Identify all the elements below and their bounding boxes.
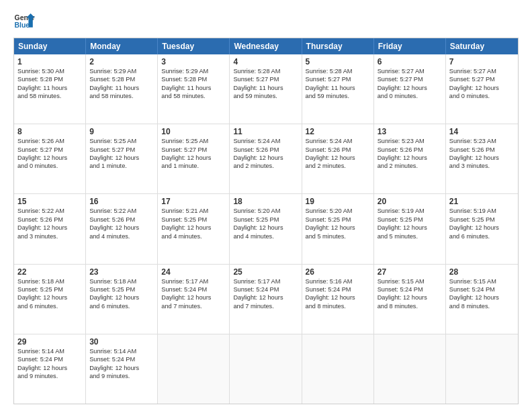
cell-info-line: and 7 minutes. — [233, 302, 298, 310]
calendar-cell: 20Sunrise: 5:19 AMSunset: 5:25 PMDayligh… — [374, 194, 446, 263]
cell-info-line: and 5 minutes. — [306, 232, 370, 240]
cell-info-line: Daylight: 12 hours — [161, 224, 226, 232]
cell-info-line: Sunset: 5:27 PM — [89, 146, 154, 154]
day-number: 15 — [17, 197, 82, 206]
calendar-cell: 11Sunrise: 5:24 AMSunset: 5:26 PMDayligh… — [230, 124, 302, 193]
cell-info-line: and 3 minutes. — [449, 162, 515, 170]
day-number: 11 — [233, 127, 298, 136]
calendar-cell: 2Sunrise: 5:29 AMSunset: 5:28 PMDaylight… — [86, 54, 158, 124]
cell-info-line: Daylight: 11 hours — [161, 84, 226, 92]
cell-info-line: Sunset: 5:25 PM — [378, 216, 442, 224]
day-number: 7 — [449, 57, 515, 66]
cell-info-line: Daylight: 12 hours — [89, 293, 154, 302]
cell-info-line: Sunrise: 5:21 AM — [161, 207, 226, 215]
cell-info-line: Sunrise: 5:28 AM — [233, 67, 298, 75]
cell-info-line: and 9 minutes. — [17, 372, 82, 380]
cell-info-line: Sunrise: 5:26 AM — [17, 137, 82, 145]
cell-info-line: Sunset: 5:27 PM — [233, 75, 298, 83]
day-number: 8 — [17, 127, 82, 136]
cell-info-line: Sunrise: 5:20 AM — [306, 207, 370, 215]
day-number: 3 — [161, 57, 226, 66]
calendar-row: 8Sunrise: 5:26 AMSunset: 5:27 PMDaylight… — [14, 124, 518, 193]
cell-info-line: Sunset: 5:24 PM — [233, 285, 298, 293]
cell-info-line: Sunrise: 5:17 AM — [233, 277, 298, 285]
day-number: 6 — [378, 57, 442, 66]
cell-info-line: and 0 minutes. — [449, 92, 515, 100]
cell-info-line: Sunset: 5:25 PM — [89, 285, 154, 293]
cell-info-line: Daylight: 11 hours — [17, 84, 82, 92]
day-number: 24 — [161, 267, 226, 277]
cell-info-line: Daylight: 12 hours — [89, 154, 154, 162]
cell-info-line: and 9 minutes. — [89, 372, 154, 380]
day-number: 28 — [449, 267, 515, 277]
calendar-cell: 24Sunrise: 5:17 AMSunset: 5:24 PMDayligh… — [158, 265, 230, 334]
day-number: 21 — [449, 197, 515, 206]
day-number: 9 — [89, 127, 154, 136]
calendar-cell: 7Sunrise: 5:27 AMSunset: 5:27 PMDaylight… — [446, 54, 518, 124]
calendar-cell: 1Sunrise: 5:30 AMSunset: 5:28 PMDaylight… — [14, 54, 86, 124]
calendar-cell: 10Sunrise: 5:25 AMSunset: 5:27 PMDayligh… — [158, 124, 230, 193]
day-of-week-thursday: Thursday — [302, 38, 374, 54]
cell-info-line: Sunrise: 5:30 AM — [17, 67, 82, 75]
calendar-cell: 22Sunrise: 5:18 AMSunset: 5:25 PMDayligh… — [14, 265, 86, 334]
day-of-week-monday: Monday — [86, 38, 158, 54]
day-of-week-wednesday: Wednesday — [230, 38, 302, 54]
cell-info-line: Daylight: 12 hours — [449, 224, 515, 232]
cell-info-line: Sunrise: 5:19 AM — [378, 207, 442, 215]
calendar-header: SundayMondayTuesdayWednesdayThursdayFrid… — [14, 38, 518, 54]
cell-info-line: Daylight: 12 hours — [17, 154, 82, 162]
day-number: 22 — [17, 267, 82, 277]
calendar-cell: 23Sunrise: 5:18 AMSunset: 5:25 PMDayligh… — [86, 265, 158, 334]
cell-info-line: Sunset: 5:28 PM — [89, 75, 154, 83]
cell-info-line: Sunrise: 5:18 AM — [17, 277, 82, 285]
cell-info-line: and 6 minutes. — [449, 232, 515, 240]
cell-info-line: Sunrise: 5:15 AM — [378, 277, 442, 285]
cell-info-line: Sunrise: 5:22 AM — [17, 207, 82, 215]
cell-info-line: Sunset: 5:27 PM — [306, 75, 370, 83]
cell-info-line: Sunset: 5:27 PM — [161, 146, 226, 154]
cell-info-line: Sunset: 5:25 PM — [306, 216, 370, 224]
cell-info-line: Daylight: 12 hours — [378, 224, 442, 232]
cell-info-line: Sunrise: 5:28 AM — [306, 67, 370, 75]
cell-info-line: Daylight: 12 hours — [449, 154, 515, 162]
calendar-cell: 3Sunrise: 5:29 AMSunset: 5:28 PMDaylight… — [158, 54, 230, 124]
cell-info-line: Daylight: 12 hours — [233, 154, 298, 162]
calendar-cell — [158, 334, 230, 404]
calendar-cell — [302, 334, 374, 404]
day-number: 13 — [378, 127, 442, 136]
day-number: 26 — [306, 267, 370, 277]
cell-info-line: Sunrise: 5:22 AM — [89, 207, 154, 215]
day-number: 16 — [89, 197, 154, 206]
calendar-cell: 14Sunrise: 5:23 AMSunset: 5:26 PMDayligh… — [446, 124, 518, 193]
cell-info-line: Daylight: 12 hours — [89, 224, 154, 232]
cell-info-line: Sunset: 5:26 PM — [89, 216, 154, 224]
calendar-cell: 12Sunrise: 5:24 AMSunset: 5:26 PMDayligh… — [302, 124, 374, 193]
calendar-body: 1Sunrise: 5:30 AMSunset: 5:28 PMDaylight… — [14, 54, 518, 404]
cell-info-line: Sunrise: 5:23 AM — [378, 137, 442, 145]
cell-info-line: and 59 minutes. — [306, 92, 370, 100]
cell-info-line: Sunset: 5:28 PM — [17, 75, 82, 83]
calendar-cell: 6Sunrise: 5:27 AMSunset: 5:27 PMDaylight… — [374, 54, 446, 124]
cell-info-line: Daylight: 12 hours — [161, 154, 226, 162]
day-number: 23 — [89, 267, 154, 277]
calendar: SundayMondayTuesdayWednesdayThursdayFrid… — [13, 38, 519, 404]
cell-info-line: Sunset: 5:24 PM — [306, 285, 370, 293]
cell-info-line: and 4 minutes. — [233, 232, 298, 240]
logo: General Blue — [13, 12, 35, 31]
day-number: 17 — [161, 197, 226, 206]
calendar-row: 29Sunrise: 5:14 AMSunset: 5:24 PMDayligh… — [14, 334, 518, 404]
calendar-cell: 28Sunrise: 5:15 AMSunset: 5:24 PMDayligh… — [446, 265, 518, 334]
cell-info-line: Sunrise: 5:14 AM — [89, 347, 154, 355]
day-number: 10 — [161, 127, 226, 136]
day-number: 19 — [306, 197, 370, 206]
cell-info-line: and 4 minutes. — [161, 232, 226, 240]
cell-info-line: Sunrise: 5:27 AM — [378, 67, 442, 75]
cell-info-line: and 6 minutes. — [89, 302, 154, 310]
cell-info-line: Sunrise: 5:29 AM — [89, 67, 154, 75]
cell-info-line: Daylight: 12 hours — [161, 293, 226, 302]
cell-info-line: Sunset: 5:27 PM — [378, 75, 442, 83]
day-number: 27 — [378, 267, 442, 277]
cell-info-line: Sunset: 5:27 PM — [17, 146, 82, 154]
header: General Blue — [13, 12, 519, 31]
calendar-cell: 5Sunrise: 5:28 AMSunset: 5:27 PMDaylight… — [302, 54, 374, 124]
